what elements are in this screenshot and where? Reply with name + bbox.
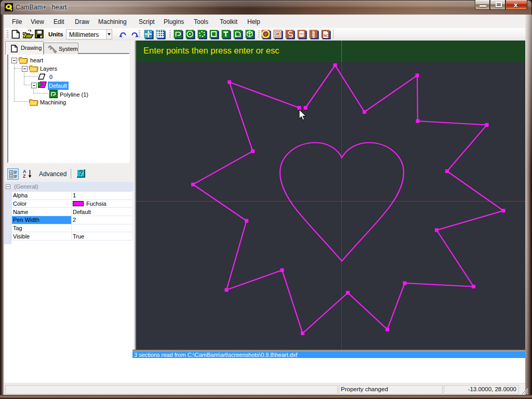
svg-text:NC: NC — [324, 34, 329, 37]
